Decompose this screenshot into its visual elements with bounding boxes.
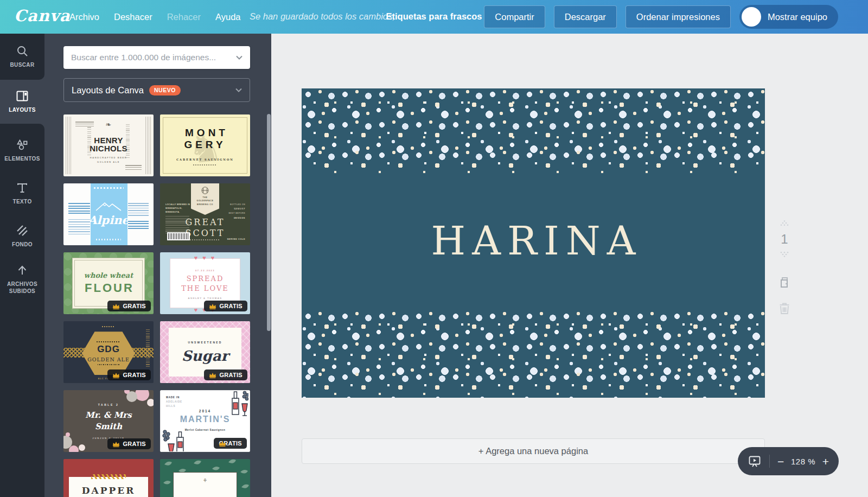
layouts-panel: Layouts de Canva NUEVO ❧ HENRYNICHOLS HA… bbox=[44, 34, 271, 497]
zoom-toolbar: − 128 % + bbox=[738, 447, 839, 475]
design-page[interactable]: HARINA bbox=[302, 88, 765, 398]
sidebar-item-archivos-subidos[interactable]: ARCHIVOS SUBIDOS bbox=[0, 258, 44, 301]
barcode bbox=[167, 232, 190, 240]
canva-editor: Canva Archivo Deshacer Rehacer Ayuda Se … bbox=[0, 0, 868, 497]
template-henry-nichols[interactable]: ❧ HENRYNICHOLS HANDCRAFTED BEERGOLDEN AL… bbox=[63, 114, 154, 176]
show-team-button[interactable]: Mostrar equipo bbox=[739, 5, 838, 29]
menu-deshacer[interactable]: Deshacer bbox=[114, 12, 152, 22]
page-controls: 1 bbox=[773, 219, 796, 318]
trash-icon bbox=[778, 302, 791, 316]
move-page-up-button[interactable] bbox=[778, 219, 790, 229]
save-status: Se han guardado todos los cambios, bbox=[250, 11, 395, 22]
crown-icon bbox=[219, 441, 226, 447]
barrel-icon bbox=[201, 187, 209, 194]
gratis-badge: GRATIS bbox=[204, 369, 247, 380]
text-icon bbox=[16, 181, 29, 194]
gratis-badge: GRATIS bbox=[107, 301, 151, 311]
mountain-icon bbox=[94, 201, 123, 212]
presentation-icon bbox=[748, 454, 762, 468]
elements-icon bbox=[16, 138, 29, 151]
order-prints-button[interactable]: Ordenar impresiones bbox=[626, 5, 731, 28]
zoom-level: 128 % bbox=[789, 457, 816, 466]
add-page-button[interactable]: + Agrega una nueva página bbox=[302, 438, 765, 464]
crest-icon: ❧ bbox=[106, 120, 112, 129]
crown-icon bbox=[112, 372, 120, 378]
template-alpine[interactable]: Alpine bbox=[63, 183, 154, 245]
panel-scrollbar[interactable] bbox=[267, 114, 271, 331]
branch-glyph: ⚘ bbox=[203, 477, 208, 483]
topbar-menu: Archivo Deshacer Rehacer Ayuda bbox=[69, 0, 241, 34]
editor-canvas-area: HARINA 1 + Agrega una nueva página bbox=[271, 34, 868, 497]
zoom-in-button[interactable]: + bbox=[822, 456, 829, 467]
wine-decoration bbox=[220, 391, 248, 425]
sidebar-item-layouts[interactable]: LAYOUTS bbox=[0, 80, 44, 124]
duplicate-page-button[interactable] bbox=[776, 274, 793, 293]
template-sugar[interactable]: UNSWEETENED Sugar GRATIS bbox=[160, 321, 250, 383]
show-team-label: Mostrar equipo bbox=[768, 12, 827, 22]
present-button[interactable] bbox=[748, 454, 762, 468]
menu-archivo[interactable]: Archivo bbox=[69, 12, 99, 22]
crown-icon bbox=[112, 303, 120, 309]
gratis-badge: GRATIS bbox=[214, 438, 247, 449]
dotted-arrow-up-icon bbox=[780, 220, 789, 226]
crown-icon bbox=[112, 441, 120, 447]
chevron-down-icon bbox=[235, 88, 242, 92]
zoom-out-button[interactable]: − bbox=[777, 456, 784, 467]
avatar bbox=[742, 7, 761, 27]
sidebar-item-elementos[interactable]: ELEMENTOS bbox=[0, 129, 44, 172]
menu-rehacer[interactable]: Rehacer bbox=[167, 12, 201, 22]
search-icon bbox=[16, 44, 29, 58]
gratis-badge: GRATIS bbox=[107, 369, 151, 380]
divider bbox=[769, 455, 770, 468]
gratis-badge: GRATIS bbox=[204, 301, 247, 311]
sidebar-rail: BUSCAR LAYOUTS ELEMENTOS TEXTO FONDO bbox=[0, 34, 44, 497]
crown-icon bbox=[209, 372, 216, 378]
document-title[interactable]: Etiquetas para frascos bbox=[386, 11, 482, 22]
page-number: 1 bbox=[781, 232, 788, 247]
layouts-icon bbox=[16, 90, 29, 103]
gratis-badge: GRATIS bbox=[107, 438, 151, 449]
template-grid: ❧ HENRYNICHOLS HANDCRAFTED BEERGOLDEN AL… bbox=[63, 114, 250, 497]
chevron-down-icon[interactable] bbox=[236, 55, 242, 60]
template-spread-the-love[interactable]: ♥ ♥ ♥ 07.22.2023 SPREADTHE LOVE ASHLEY &… bbox=[160, 252, 250, 314]
nuevo-badge: NUEVO bbox=[149, 85, 181, 95]
dotted-arrow-down-icon bbox=[780, 251, 789, 257]
move-page-down-button[interactable] bbox=[778, 250, 790, 260]
polka-dots-bottom bbox=[302, 310, 765, 398]
template-great-scott[interactable]: THE GOLDENFACE BREWING CO LOCALLY BREWED… bbox=[160, 183, 250, 245]
menu-ayuda[interactable]: Ayuda bbox=[215, 12, 241, 22]
sidebar-item-texto[interactable]: TEXTO bbox=[0, 172, 44, 215]
download-button[interactable]: Descargar bbox=[554, 5, 617, 28]
template-martins[interactable]: MADE IN ADELAIDE HILLS 2014 MARTIN'S Mer… bbox=[160, 390, 250, 452]
template-whole-wheat-flour[interactable]: whole wheat FLOUR GRATIS bbox=[63, 252, 154, 314]
upload-icon bbox=[16, 264, 29, 277]
template-montgery[interactable]: ♞ MONTGERY CABERNET SAUVIGNON bbox=[160, 114, 250, 176]
share-button[interactable]: Compartir bbox=[484, 5, 545, 28]
search-input[interactable] bbox=[71, 53, 236, 62]
hearts-decoration: ♥ ♥ ♥ bbox=[160, 254, 250, 261]
topbar-actions: Compartir Descargar Ordenar impresiones … bbox=[484, 0, 838, 34]
crown-icon bbox=[209, 303, 216, 309]
sidebar-item-fondo[interactable]: FONDO bbox=[0, 215, 44, 258]
template-leafy[interactable]: ⚘ bbox=[160, 459, 250, 497]
label-title-text[interactable]: HARINA bbox=[302, 218, 765, 264]
image-search bbox=[63, 46, 250, 69]
sidebar-item-buscar[interactable]: BUSCAR bbox=[0, 34, 44, 80]
delete-page-button[interactable] bbox=[777, 301, 792, 318]
canva-logo[interactable]: Canva bbox=[14, 7, 71, 25]
template-mr-mrs-smith[interactable]: TABLE 2 Mr. & Mrs Smith JUNJUN & JULIA G… bbox=[63, 390, 154, 452]
stripes-decoration bbox=[91, 474, 126, 479]
template-dapper[interactable]: DAPPER bbox=[63, 459, 154, 497]
polka-dots-top bbox=[302, 88, 765, 173]
layouts-dropdown[interactable]: Layouts de Canva NUEVO bbox=[63, 78, 250, 102]
duplicate-icon bbox=[777, 275, 792, 290]
wine-decoration bbox=[161, 428, 193, 452]
template-gdg-golden-ale[interactable]: GDG GOLDEN ALE ALC VOL 5.5% GRATIS bbox=[63, 321, 154, 383]
layouts-dropdown-label: Layouts de Canva bbox=[72, 85, 144, 95]
background-icon bbox=[16, 224, 29, 237]
topbar: Canva Archivo Deshacer Rehacer Ayuda Se … bbox=[0, 0, 868, 34]
